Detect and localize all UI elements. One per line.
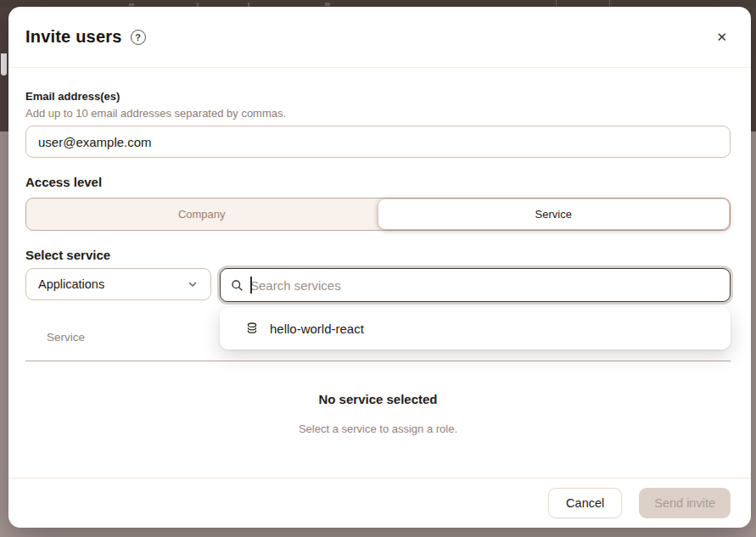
access-level-label: Access level [25, 175, 731, 190]
help-icon[interactable]: ? [131, 30, 146, 45]
email-hint: Add up to 10 email addresses separated b… [25, 107, 731, 120]
search-results-dropdown: hello-world-react [220, 307, 731, 350]
table-divider [25, 361, 731, 361]
cancel-button[interactable]: Cancel [548, 488, 622, 518]
page-heading-fragment [1, 53, 7, 76]
topbar-divider [556, 0, 557, 7]
service-category-select[interactable]: Applications [25, 268, 211, 300]
access-level-segmented-control: Company Service [25, 198, 731, 231]
segment-service[interactable]: Service [378, 199, 730, 229]
modal-header: Invite users ? ✕ [8, 7, 751, 68]
service-category-value: Applications [38, 277, 104, 291]
send-invite-button[interactable]: Send invite [639, 488, 731, 518]
invite-users-modal: Invite users ? ✕ Email address(es) Add u… [8, 7, 751, 528]
service-search-wrap: hello-world-react [220, 268, 731, 302]
email-field[interactable] [25, 126, 731, 158]
search-result-item[interactable]: hello-world-react [220, 307, 731, 350]
service-picker-row: Applications [25, 268, 731, 302]
close-icon[interactable]: ✕ [713, 27, 731, 47]
email-label: Email address(es) [25, 90, 731, 103]
topbar-divider [609, 0, 610, 7]
empty-state-title: No service selected [25, 392, 731, 406]
magnifier-icon [231, 279, 244, 292]
segment-company[interactable]: Company [26, 199, 378, 230]
page-topbar-under-overlay [0, 0, 756, 7]
modal-body: Email address(es) Add up to 10 email add… [8, 90, 751, 435]
topbar-text-fragment [129, 3, 134, 6]
text-caret [250, 277, 252, 294]
empty-state-subtitle: Select a service to assign a role. [25, 422, 731, 435]
search-input[interactable] [250, 278, 720, 293]
chevron-down-icon [187, 278, 199, 290]
service-search-box [220, 268, 731, 302]
topbar-text-fragment [325, 3, 330, 6]
layers-icon [245, 322, 259, 335]
modal-title: Invite users [25, 27, 122, 47]
search-result-label: hello-world-react [270, 322, 364, 336]
select-service-label: Select service [25, 248, 731, 263]
modal-footer: Cancel Send invite [8, 478, 751, 528]
